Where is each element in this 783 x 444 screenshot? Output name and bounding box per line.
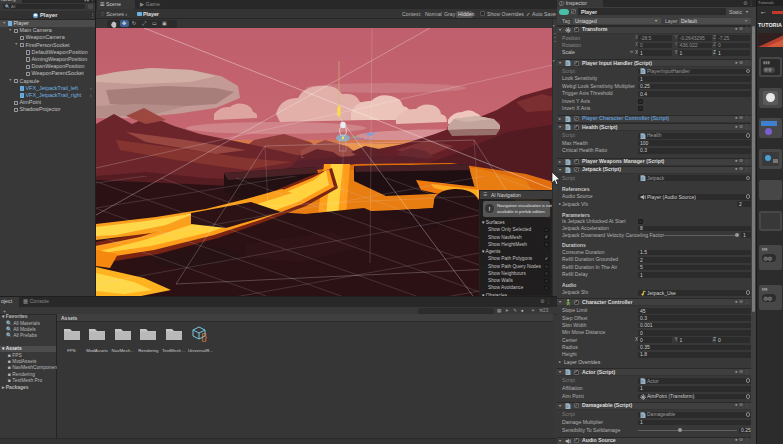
svg-text:{}: {} <box>201 332 207 342</box>
svg-text:VFX_Jetp: VFX_Jetp <box>354 136 372 141</box>
